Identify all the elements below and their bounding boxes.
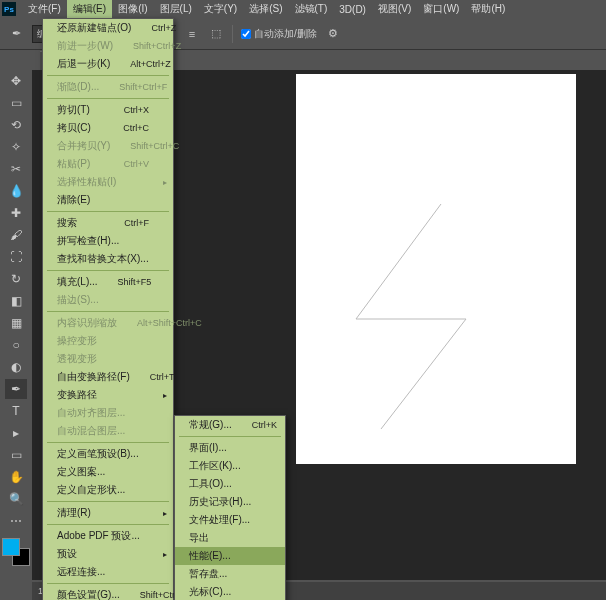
menu-label: 合并拷贝(Y) [57, 139, 110, 153]
menu-label: 搜索 [57, 216, 77, 230]
shortcut: Shift+Ctrl+Z [133, 41, 181, 51]
color-swatches[interactable] [2, 538, 30, 566]
prefs-menu-item-0[interactable]: 常规(G)...Ctrl+K [175, 416, 285, 434]
prefs-menu-item-8[interactable]: 性能(E)... [175, 547, 285, 565]
stamp-tool[interactable]: ⛶ [5, 247, 27, 267]
blur-tool[interactable]: ○ [5, 335, 27, 355]
gradient-tool[interactable]: ▦ [5, 313, 27, 333]
edit-menu-item-11[interactable]: 清除(E) [43, 191, 173, 209]
menu-file[interactable]: 文件(F) [22, 0, 67, 18]
gear-icon[interactable]: ⚙ [325, 26, 341, 42]
edit-menu-item-2[interactable]: 后退一步(K)Alt+Ctrl+Z [43, 55, 173, 73]
artboard[interactable] [296, 74, 576, 464]
dodge-tool[interactable]: ◐ [5, 357, 27, 377]
edit-toolbar[interactable]: ⋯ [5, 511, 27, 531]
edit-menu-item-7[interactable]: 拷贝(C)Ctrl+C [43, 119, 173, 137]
menu-help[interactable]: 帮助(H) [465, 0, 511, 18]
menu-image[interactable]: 图像(I) [112, 0, 153, 18]
menu-label: 渐隐(D)... [57, 80, 99, 94]
shape-tool[interactable]: ▭ [5, 445, 27, 465]
move-tool[interactable]: ✥ [5, 71, 27, 91]
toolbox: ✥ ▭ ⟲ ✧ ✂ 💧 ✚ 🖌 ⛶ ↻ ◧ ▦ ○ ◐ ✒ T ▸ ▭ ✋ 🔍 … [0, 70, 32, 572]
menu-3d[interactable]: 3D(D) [333, 2, 372, 17]
edit-menu-item-22: 透视变形 [43, 350, 173, 368]
pen-tool[interactable]: ✒ [5, 379, 27, 399]
prefs-menu-item-6[interactable]: 文件处理(F)... [175, 511, 285, 529]
menu-separator [47, 311, 169, 312]
align-icon[interactable]: ≡ [184, 26, 200, 42]
edit-menu-item-14[interactable]: 拼写检查(H)... [43, 232, 173, 250]
edit-menu-item-35[interactable]: 预设▸ [43, 545, 173, 563]
menu-view[interactable]: 视图(V) [372, 0, 417, 18]
history-brush-tool[interactable]: ↻ [5, 269, 27, 289]
menu-type[interactable]: 文字(Y) [198, 0, 243, 18]
menubar: Ps 文件(F) 编辑(E) 图像(I) 图层(L) 文字(Y) 选择(S) 滤… [0, 0, 606, 18]
zoom-tool[interactable]: 🔍 [5, 489, 27, 509]
fg-color[interactable] [2, 538, 20, 556]
edit-menu-item-0[interactable]: 还原新建锚点(O)Ctrl+Z [43, 19, 173, 37]
edit-menu-item-28[interactable]: 定义画笔预设(B)... [43, 445, 173, 463]
hand-tool[interactable]: ✋ [5, 467, 27, 487]
edit-menu-item-6[interactable]: 剪切(T)Ctrl+X [43, 101, 173, 119]
edit-menu-item-34[interactable]: Adobe PDF 预设... [43, 527, 173, 545]
edit-menu-item-23[interactable]: 自由变换路径(F)Ctrl+T [43, 368, 173, 386]
edit-menu-item-29[interactable]: 定义图案... [43, 463, 173, 481]
edit-menu-item-21: 操控变形 [43, 332, 173, 350]
menu-layer[interactable]: 图层(L) [154, 0, 198, 18]
path-select-tool[interactable]: ▸ [5, 423, 27, 443]
arrange-icon[interactable]: ⬚ [208, 26, 224, 42]
edit-menu-item-20: 内容识别缩放Alt+Shift+Ctrl+C [43, 314, 173, 332]
edit-menu-item-15[interactable]: 查找和替换文本(X)... [43, 250, 173, 268]
menu-label: 远程连接... [57, 565, 105, 579]
shortcut: Ctrl+C [123, 123, 149, 133]
edit-menu-dropdown: 还原新建锚点(O)Ctrl+Z前进一步(W)Shift+Ctrl+Z后退一步(K… [42, 18, 174, 600]
submenu-arrow-icon: ▸ [163, 178, 167, 187]
prefs-menu-item-7[interactable]: 导出 [175, 529, 285, 547]
edit-menu-item-4: 渐隐(D)...Shift+Ctrl+F [43, 78, 173, 96]
menu-filter[interactable]: 滤镜(T) [289, 0, 334, 18]
shortcut: Shift+Ctrl+F [119, 82, 167, 92]
edit-menu-item-36[interactable]: 远程连接... [43, 563, 173, 581]
prefs-menu-item-4[interactable]: 工具(O)... [175, 475, 285, 493]
prefs-menu-item-9[interactable]: 暂存盘... [175, 565, 285, 583]
menu-label: 剪切(T) [57, 103, 90, 117]
wand-tool[interactable]: ✧ [5, 137, 27, 157]
menu-label: 填充(L)... [57, 275, 98, 289]
lasso-tool[interactable]: ⟲ [5, 115, 27, 135]
type-tool[interactable]: T [5, 401, 27, 421]
menu-edit[interactable]: 编辑(E) [67, 0, 112, 18]
auto-add-check[interactable]: 自动添加/删除 [241, 27, 317, 41]
eraser-tool[interactable]: ◧ [5, 291, 27, 311]
edit-menu-item-18: 描边(S)... [43, 291, 173, 309]
edit-menu-item-32[interactable]: 清理(R)▸ [43, 504, 173, 522]
menu-label: 颜色设置(G)... [57, 588, 120, 600]
menu-label: 还原新建锚点(O) [57, 21, 131, 35]
edit-menu-item-17[interactable]: 填充(L)...Shift+F5 [43, 273, 173, 291]
heal-tool[interactable]: ✚ [5, 203, 27, 223]
menu-label: 自动混合图层... [57, 424, 125, 438]
shortcut: Shift+F5 [118, 277, 152, 287]
submenu-arrow-icon: ▸ [163, 391, 167, 400]
edit-menu-item-30[interactable]: 定义自定形状... [43, 481, 173, 499]
edit-menu-item-13[interactable]: 搜索Ctrl+F [43, 214, 173, 232]
menu-separator [47, 98, 169, 99]
lightning-path [346, 204, 526, 434]
crop-tool[interactable]: ✂ [5, 159, 27, 179]
shortcut: Ctrl+F [124, 218, 149, 228]
brush-tool[interactable]: 🖌 [5, 225, 27, 245]
prefs-menu-item-2[interactable]: 界面(I)... [175, 439, 285, 457]
pen-tool-icon[interactable]: ✒ [8, 26, 24, 42]
marquee-tool[interactable]: ▭ [5, 93, 27, 113]
prefs-menu-item-3[interactable]: 工作区(K)... [175, 457, 285, 475]
edit-menu-item-38[interactable]: 颜色设置(G)...Shift+Ctrl+K [43, 586, 173, 600]
prefs-menu-item-10[interactable]: 光标(C)... [175, 583, 285, 600]
menu-window[interactable]: 窗口(W) [417, 0, 465, 18]
eyedropper-tool[interactable]: 💧 [5, 181, 27, 201]
menu-label: Adobe PDF 预设... [57, 529, 140, 543]
edit-menu-item-24[interactable]: 变换路径▸ [43, 386, 173, 404]
menu-label: 透视变形 [57, 352, 97, 366]
menu-select[interactable]: 选择(S) [243, 0, 288, 18]
prefs-menu-item-5[interactable]: 历史记录(H)... [175, 493, 285, 511]
submenu-arrow-icon: ▸ [163, 509, 167, 518]
menu-label: 清除(E) [57, 193, 90, 207]
